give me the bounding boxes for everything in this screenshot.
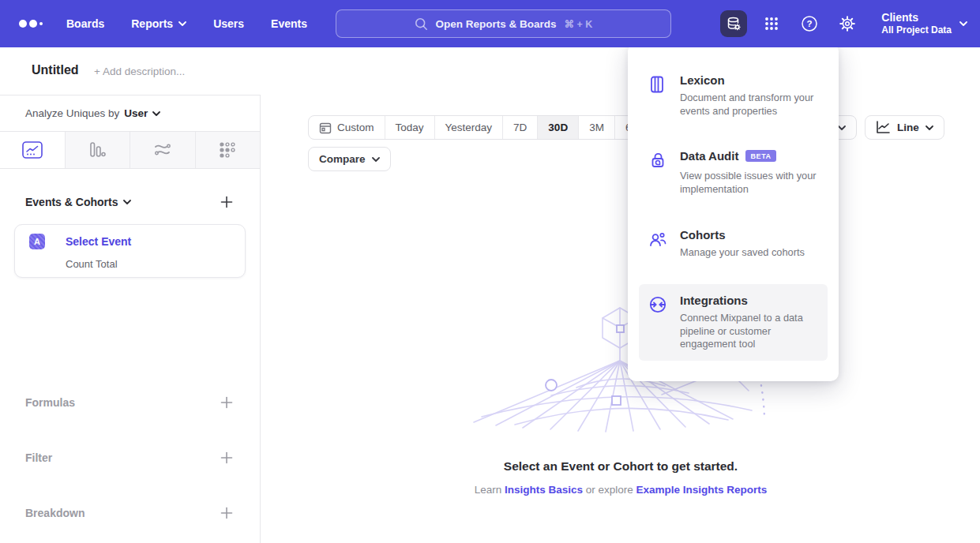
help-icon: ? (800, 14, 819, 33)
cohorts-icon (648, 228, 667, 260)
line-chart-tab-icon (22, 140, 43, 159)
settings-button[interactable] (834, 10, 861, 37)
menu-item-data-audit[interactable]: Data Audit BETA View possible issues wit… (639, 140, 828, 205)
breakdown-label: Breakdown (25, 507, 84, 519)
report-canvas: Custom Today Yesterday 7D 30D 3M 6M Line… (261, 95, 980, 543)
chevron-down-icon (372, 157, 380, 162)
project-selector[interactable]: Clients All Project Data (881, 11, 967, 37)
range-30d-selected[interactable]: 30D (538, 116, 579, 139)
range-custom[interactable]: Custom (309, 116, 385, 139)
analyze-by-dropdown[interactable]: User (124, 107, 160, 119)
formulas-row: Formulas (25, 391, 235, 414)
range-label: 7D (513, 122, 527, 133)
tab-flows[interactable] (130, 132, 196, 168)
menu-item-title: Lexicon (680, 73, 725, 87)
data-management-button[interactable] (720, 10, 747, 37)
event-series-badge: A (29, 234, 45, 249)
add-event-button[interactable] (219, 194, 235, 210)
mixpanel-logo-icon[interactable] (19, 20, 51, 28)
bar-chart-tab-icon (88, 140, 107, 159)
chevron-down-icon (152, 111, 160, 116)
menu-item-lexicon[interactable]: Lexicon Document and transform your even… (639, 64, 828, 127)
chevron-down-icon (838, 125, 846, 130)
apps-grid-icon (763, 15, 780, 32)
compare-label: Compare (319, 153, 366, 165)
empty-state-subtitle: Learn Insights Basics or explore Example… (261, 484, 980, 496)
top-navigation-bar: Boards Reports Users Events Open Reports… (0, 0, 980, 47)
chevron-down-icon (123, 200, 131, 204)
plus-icon (220, 196, 233, 208)
range-label: Today (396, 122, 424, 133)
nav-item-events[interactable]: Events (271, 17, 307, 30)
filter-label: Filter (25, 451, 52, 464)
nav-item-label: Users (213, 17, 244, 30)
analyze-by-value: User (124, 107, 148, 119)
query-builder-sidebar: Analyze Uniques by User (0, 95, 261, 543)
add-description-field[interactable]: + Add description... (94, 66, 185, 77)
retention-tab-icon (218, 140, 237, 159)
nav-item-label: Boards (66, 17, 104, 30)
beta-badge: BETA (745, 150, 775, 162)
select-event-card[interactable]: A Select Event Count Total (14, 224, 246, 278)
compare-dropdown[interactable]: Compare (308, 147, 391, 171)
range-label: 3M (589, 122, 604, 133)
tab-insights[interactable] (0, 132, 66, 168)
menu-item-description: Document and transform your events and p… (680, 92, 818, 118)
empty-state-title: Select an Event or Cohort to get started… (261, 459, 980, 474)
filter-row: Filter (25, 447, 235, 469)
menu-item-title: Cohorts (680, 228, 726, 242)
insights-basics-link[interactable]: Insights Basics (505, 484, 583, 496)
empty-state-text: Learn (475, 484, 505, 496)
analyze-label: Analyze Uniques by (25, 107, 119, 119)
events-cohorts-dropdown[interactable]: Events & Cohorts (25, 196, 131, 208)
range-yesterday[interactable]: Yesterday (435, 116, 504, 139)
plus-icon (220, 396, 233, 409)
svg-text:?: ? (807, 19, 813, 28)
add-breakdown-button[interactable] (219, 505, 235, 521)
data-audit-icon (648, 149, 667, 196)
nav-item-reports[interactable]: Reports (131, 17, 186, 30)
range-today[interactable]: Today (385, 116, 435, 139)
line-chart-icon (876, 121, 891, 134)
project-name: All Project Data (881, 24, 952, 36)
chevron-down-icon (926, 125, 933, 130)
chart-type-label: Line (897, 122, 919, 133)
integrations-icon (648, 294, 667, 351)
menu-item-cohorts[interactable]: Cohorts Manage your saved cohorts (639, 219, 828, 269)
gear-icon (838, 14, 857, 33)
breakdown-row: Breakdown (25, 502, 235, 524)
chart-type-dropdown[interactable]: Line (865, 115, 944, 140)
add-formula-button[interactable] (219, 395, 235, 410)
menu-item-description: Connect Mixpanel to a data pipeline or c… (680, 312, 818, 351)
select-event-label: Select Event (66, 235, 131, 248)
add-filter-button[interactable] (219, 450, 235, 466)
nav-item-users[interactable]: Users (213, 17, 244, 30)
count-total-label[interactable]: Count Total (66, 258, 118, 270)
range-label: Custom (337, 122, 374, 133)
menu-item-integrations[interactable]: Integrations Connect Mixpanel to a data … (639, 284, 828, 361)
chevron-down-icon (178, 21, 186, 26)
search-shortcut-hint: ⌘ + K (565, 18, 593, 30)
nav-item-label: Events (271, 17, 307, 30)
tab-bar-chart[interactable] (66, 132, 131, 168)
search-placeholder: Open Reports & Boards (436, 18, 557, 30)
chevron-down-icon (959, 21, 967, 26)
menu-item-title: Integrations (680, 294, 748, 307)
menu-item-description: View possible issues with your implement… (680, 170, 818, 196)
help-button[interactable]: ? (796, 10, 823, 37)
flows-tab-icon (153, 140, 172, 159)
data-management-menu: Lexicon Document and transform your even… (628, 43, 839, 381)
nav-item-boards[interactable]: Boards (66, 17, 104, 30)
example-insights-reports-link[interactable]: Example Insights Reports (636, 484, 768, 496)
range-7d[interactable]: 7D (503, 116, 538, 139)
report-title[interactable]: Untitled (32, 63, 79, 77)
range-3m[interactable]: 3M (579, 116, 615, 139)
empty-state-text: or explore (583, 484, 636, 496)
tab-retention[interactable] (196, 132, 261, 168)
apps-grid-button[interactable] (758, 10, 785, 37)
events-cohorts-label: Events & Cohorts (25, 196, 118, 208)
search-icon (415, 17, 428, 31)
calendar-icon (319, 122, 332, 134)
global-search-input[interactable]: Open Reports & Boards ⌘ + K (336, 9, 671, 38)
date-range-segmented-control: Custom Today Yesterday 7D 30D 3M 6M (308, 115, 651, 140)
